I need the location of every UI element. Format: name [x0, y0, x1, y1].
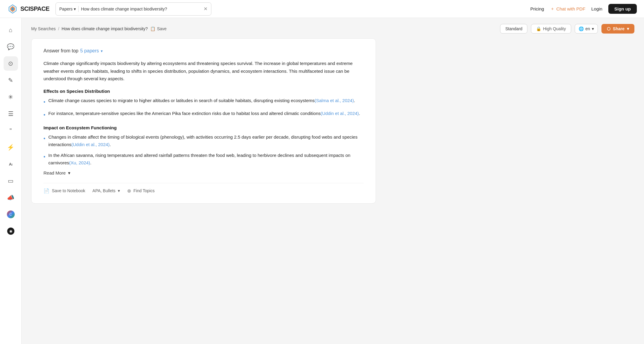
video-icon: ▭: [8, 177, 13, 184]
answer-intro: Climate change significantly impacts bio…: [43, 60, 364, 83]
ecosystem-functioning-list: • Changes in climate affect the timing o…: [43, 133, 364, 167]
sidebar-item-hub[interactable]: ✳: [4, 90, 18, 104]
share-button[interactable]: ⬡ Share ▾: [601, 24, 634, 34]
sidebar-item-chrome[interactable]: C: [4, 207, 18, 222]
pricing-link[interactable]: Pricing: [530, 6, 544, 11]
section-species-distribution: Effects on Species Distribution: [43, 89, 364, 94]
format-chevron: ▾: [118, 188, 120, 193]
globe-icon: 🌐: [579, 26, 584, 31]
paper-count[interactable]: 5 papers: [80, 48, 99, 54]
list-item: • For instance, temperature-sensitive sp…: [43, 110, 364, 120]
quality-bar: Standard 🔒 High Quality 🌐 en ▾ ⬡ Share ▾: [500, 24, 634, 34]
notebook-icon: 📄: [43, 188, 49, 194]
answer-header: Answer from top 5 papers ▾: [43, 48, 364, 54]
page-layout: ⌂ 💬 ⊙ ✎ ✳ ☰ " ⚡ Aᵢ ▭ 📣: [0, 18, 644, 344]
search-clear-button[interactable]: ✕: [204, 6, 207, 12]
search-input[interactable]: [81, 7, 201, 11]
main-content: My Searches / How does climate change im…: [22, 18, 644, 344]
quote-icon: ": [10, 127, 12, 134]
species-distribution-list: • Climate change causes species to migra…: [43, 97, 364, 120]
citation-2[interactable]: (Uddin et al., 2024): [321, 111, 359, 116]
sidebar-item-chat[interactable]: 💬: [4, 40, 18, 54]
breadcrumb-bar: My Searches / How does climate change im…: [31, 24, 634, 34]
share-icon: ⬡: [607, 26, 610, 31]
breadcrumb-separator: /: [58, 26, 59, 31]
bullet-dot: •: [43, 152, 45, 162]
pen-icon: ✎: [8, 77, 13, 84]
search-type-chevron: ▾: [74, 7, 76, 11]
list-icon: ☰: [8, 110, 13, 117]
sidebar-item-write[interactable]: ✎: [4, 73, 18, 87]
bullet-dot: •: [43, 134, 45, 143]
nav-right: Pricing ＋ Chat with PDF Login Sign up: [530, 4, 637, 14]
sidebar-item-search[interactable]: ⊙: [4, 56, 18, 71]
bullet-text-4: In the African savanna, rising temperatu…: [48, 153, 350, 166]
list-item: • Climate change causes species to migra…: [43, 97, 364, 107]
sidebar-item-ai[interactable]: Aᵢ: [4, 157, 18, 171]
plus-icon: ＋: [550, 6, 555, 12]
hub-icon: ✳: [8, 93, 13, 101]
logo[interactable]: SCISPACE: [7, 4, 49, 14]
save-button[interactable]: 📋 Save: [150, 26, 167, 31]
read-more-chevron: ▾: [68, 170, 70, 176]
openai-icon: ◉: [7, 228, 14, 235]
sidebar-item-announce[interactable]: 📣: [4, 190, 18, 205]
save-icon: 📋: [150, 26, 155, 31]
home-icon: ⌂: [9, 27, 12, 34]
list-item: • In the African savanna, rising tempera…: [43, 151, 364, 167]
logo-icon: [7, 4, 18, 14]
sidebar-item-home[interactable]: ⌂: [4, 23, 18, 37]
chrome-icon: C: [7, 210, 15, 218]
sidebar: ⌂ 💬 ⊙ ✎ ✳ ☰ " ⚡ Aᵢ ▭ 📣: [0, 18, 22, 344]
language-button[interactable]: 🌐 en ▾: [575, 24, 598, 34]
login-link[interactable]: Login: [591, 6, 602, 11]
search-icon: ⊙: [8, 60, 13, 67]
papers-chevron: ▾: [101, 49, 103, 53]
section-ecosystem-functioning: Impact on Ecosystem Functioning: [43, 125, 364, 130]
announce-icon: 📣: [7, 194, 14, 201]
search-bar: Papers ▾ ✕: [55, 2, 211, 16]
lang-chevron: ▾: [592, 26, 594, 31]
save-to-notebook-button[interactable]: 📄 Save to Notebook: [43, 188, 85, 194]
bullet-dot: •: [43, 98, 45, 107]
read-more-button[interactable]: Read More ▾: [43, 170, 70, 176]
format-button[interactable]: APA, Bullets ▾: [92, 188, 120, 193]
bullet-text-2: For instance, temperature-sensitive spec…: [48, 111, 321, 116]
card-actions: 📄 Save to Notebook APA, Bullets ▾ ⊗ Find…: [43, 183, 364, 194]
breadcrumb: My Searches / How does climate change im…: [31, 26, 167, 31]
share-chevron: ▾: [627, 26, 629, 31]
sidebar-item-video[interactable]: ▭: [4, 174, 18, 188]
ai-icon: Aᵢ: [9, 162, 12, 166]
answer-header-prefix: Answer from top: [43, 48, 78, 54]
topics-icon: ⊗: [127, 188, 131, 194]
sidebar-item-lightning[interactable]: ⚡: [4, 140, 18, 154]
find-topics-button[interactable]: ⊗ Find Topics: [127, 188, 155, 194]
bullet-dot: •: [43, 110, 45, 120]
chat-with-pdf-link[interactable]: ＋ Chat with PDF: [550, 6, 586, 12]
sidebar-item-quote[interactable]: ": [4, 123, 18, 138]
lightning-icon: ⚡: [7, 144, 14, 151]
chat-icon: 💬: [7, 43, 14, 50]
citation-4[interactable]: (Xu, 2024): [69, 160, 90, 165]
brand-name: SCISPACE: [20, 5, 49, 12]
breadcrumb-current-query: How does climate change impact biodivers…: [62, 26, 148, 31]
breadcrumb-my-searches[interactable]: My Searches: [31, 26, 56, 31]
high-quality-button[interactable]: 🔒 High Quality: [531, 24, 571, 34]
citation-1[interactable]: (Salma et al., 2024): [315, 98, 354, 103]
search-divider: [78, 6, 79, 12]
sidebar-item-list[interactable]: ☰: [4, 107, 18, 121]
list-item: • Changes in climate affect the timing o…: [43, 133, 364, 148]
search-type-button[interactable]: Papers ▾: [59, 7, 76, 11]
standard-quality-button[interactable]: Standard: [500, 24, 527, 34]
sidebar-item-openai[interactable]: ◉: [4, 224, 18, 238]
citation-3[interactable]: (Uddin et al., 2024): [71, 142, 110, 147]
bullet-text-1: Climate change causes species to migrate…: [48, 98, 315, 103]
top-navigation: SCISPACE Papers ▾ ✕ Pricing ＋ Chat with …: [0, 0, 644, 18]
signup-button[interactable]: Sign up: [608, 4, 637, 14]
answer-card: Answer from top 5 papers ▾ Climate chang…: [31, 38, 376, 204]
lock-icon: 🔒: [536, 26, 541, 31]
